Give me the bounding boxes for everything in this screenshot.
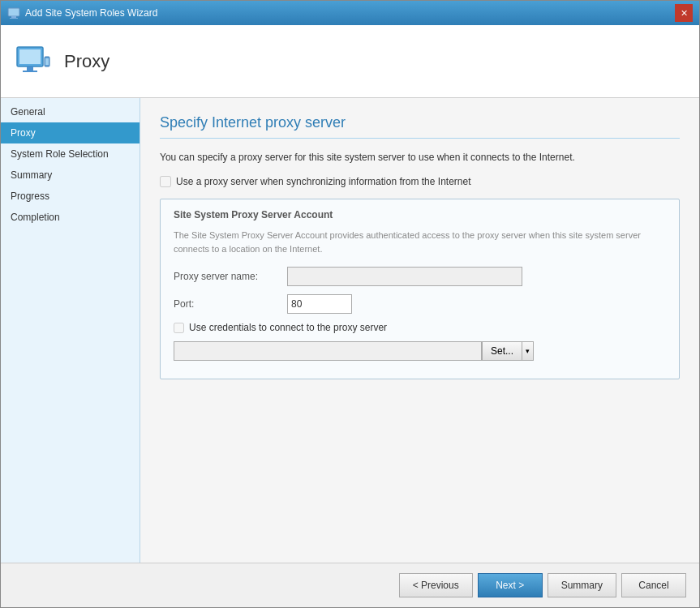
group-title: Site System Proxy Server Account <box>174 209 666 221</box>
use-proxy-label: Use a proxy server when synchronizing in… <box>176 176 471 187</box>
svg-rect-6 <box>23 71 37 72</box>
set-button[interactable]: Set... ▾ <box>482 341 534 361</box>
svg-rect-2 <box>10 18 18 19</box>
sidebar-item-system-role-selection[interactable]: System Role Selection <box>1 143 140 165</box>
set-dropdown-icon: ▾ <box>522 342 533 360</box>
use-proxy-row: Use a proxy server when synchronizing in… <box>160 176 680 187</box>
proxy-server-name-label: Proxy server name: <box>174 271 287 282</box>
footer: < Previous Next > Summary Cancel <box>1 563 699 607</box>
content-area: General Proxy System Role Selection Summ… <box>1 98 699 563</box>
set-button-label: Set... <box>483 342 522 360</box>
group-description: The Site System Proxy Server Account pro… <box>174 229 666 255</box>
app-icon <box>7 6 20 19</box>
svg-rect-8 <box>45 58 49 65</box>
use-credentials-checkbox[interactable] <box>174 323 184 333</box>
sidebar-item-progress[interactable]: Progress <box>1 186 140 207</box>
port-label: Port: <box>174 298 287 310</box>
proxy-server-group: Site System Proxy Server Account The Sit… <box>160 199 680 379</box>
main-content: Specify Internet proxy server You can sp… <box>140 98 699 563</box>
close-button[interactable]: ✕ <box>675 4 693 22</box>
sidebar-item-completion[interactable]: Completion <box>1 207 140 228</box>
svg-rect-0 <box>8 8 19 16</box>
next-button[interactable]: Next > <box>478 573 543 597</box>
sidebar-item-general[interactable]: General <box>1 101 140 122</box>
svg-rect-5 <box>27 66 33 71</box>
cancel-button[interactable]: Cancel <box>621 573 686 597</box>
credentials-input-row: Set... ▾ <box>174 341 666 361</box>
port-row: Port: <box>174 294 666 314</box>
sidebar-item-proxy[interactable]: Proxy <box>1 122 140 143</box>
use-credentials-label: Use credentials to connect to the proxy … <box>189 322 387 333</box>
summary-button[interactable]: Summary <box>548 573 616 597</box>
header-icon <box>14 42 53 81</box>
header-area: Proxy <box>1 25 699 98</box>
page-title: Specify Internet proxy server <box>160 114 680 139</box>
port-input[interactable] <box>287 294 352 314</box>
title-bar: Add Site System Roles Wizard ✕ <box>1 1 699 25</box>
header-title: Proxy <box>64 51 110 72</box>
use-proxy-checkbox[interactable] <box>160 176 171 187</box>
previous-button[interactable]: < Previous <box>399 573 473 597</box>
window-title: Add Site System Roles Wizard <box>25 7 157 19</box>
svg-rect-4 <box>19 49 41 64</box>
computer-svg-icon <box>14 42 53 81</box>
description-text: You can specify a proxy server for this … <box>160 152 680 163</box>
wizard-window: Add Site System Roles Wizard ✕ Proxy Gen… <box>0 0 700 608</box>
credentials-checkbox-row: Use credentials to connect to the proxy … <box>174 322 666 333</box>
proxy-server-name-input[interactable] <box>287 267 522 286</box>
sidebar-item-summary[interactable]: Summary <box>1 165 140 186</box>
svg-rect-1 <box>11 16 16 18</box>
proxy-server-name-row: Proxy server name: <box>174 267 666 286</box>
sidebar: General Proxy System Role Selection Summ… <box>1 98 140 563</box>
credentials-input[interactable] <box>174 341 482 361</box>
